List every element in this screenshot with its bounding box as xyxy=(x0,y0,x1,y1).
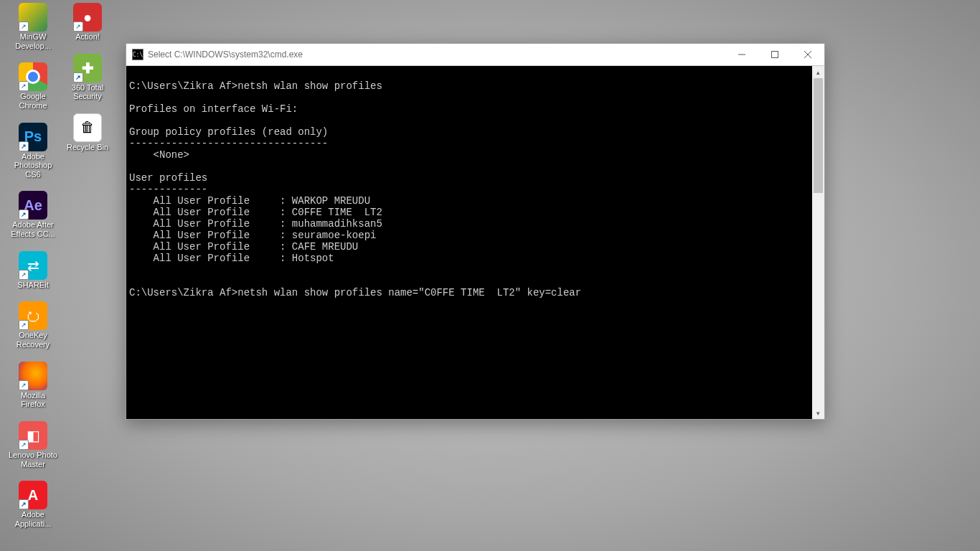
desktop-icon-label: 360 Total Security xyxy=(62,83,113,102)
shareit-icon: ⇄↗ xyxy=(19,251,47,280)
minimize-icon xyxy=(738,51,745,58)
shortcut-arrow-icon: ↗ xyxy=(19,270,29,280)
adobe-icon: A↗ xyxy=(19,481,47,509)
scroll-down-arrow-icon[interactable]: ▾ xyxy=(812,407,824,419)
photoshop-icon: Ps↗ xyxy=(19,123,47,151)
desktop-icon-label: Action! xyxy=(74,32,101,42)
shortcut-arrow-icon: ↗ xyxy=(19,380,29,390)
shortcut-arrow-icon: ↗ xyxy=(73,22,83,32)
desktop-icon-aftereffects[interactable]: Ae↗ Adobe After Effects CC... xyxy=(7,191,59,239)
scroll-thumb[interactable] xyxy=(814,78,823,193)
minimize-button[interactable] xyxy=(725,44,758,65)
desktop-icon-label: Google Chrome xyxy=(7,91,59,110)
shortcut-arrow-icon: ↗ xyxy=(19,320,29,330)
desktop-icon-adobeapp[interactable]: A↗ Adobe Applicati... xyxy=(7,481,59,529)
desktop-icon-lenovo[interactable]: ◧↗ Lenovo Photo Master xyxy=(7,421,59,469)
recycle-bin-icon: 🗑 xyxy=(73,113,102,142)
desktop-icon-label: Adobe Applicati... xyxy=(7,509,59,529)
desktop: ↗ MinGW Develop... ↗ Google Chrome Ps↗ A… xyxy=(0,0,980,551)
window-titlebar[interactable]: C:\ Select C:\WINDOWS\system32\cmd.exe xyxy=(126,44,824,65)
close-button[interactable] xyxy=(791,44,824,65)
cmd-window[interactable]: C:\ Select C:\WINDOWS\system32\cmd.exe C… xyxy=(126,43,825,420)
firefox-icon: ↗ xyxy=(19,362,47,390)
desktop-icon-label: Adobe Photoshop CS6 xyxy=(7,151,59,180)
mingw-icon: ↗ xyxy=(19,3,47,32)
desktop-icon-label: Adobe After Effects CC... xyxy=(7,220,59,239)
aftereffects-icon: Ae↗ xyxy=(19,191,47,220)
close-icon xyxy=(804,51,811,58)
desktop-icon-label: SHAREit xyxy=(16,280,50,291)
lenovo-icon: ◧↗ xyxy=(19,421,47,450)
scroll-track[interactable] xyxy=(812,78,824,407)
shortcut-arrow-icon: ↗ xyxy=(19,440,29,450)
shortcut-arrow-icon: ↗ xyxy=(19,22,29,32)
window-title: Select C:\WINDOWS\system32\cmd.exe xyxy=(148,50,303,60)
desktop-icon-360[interactable]: ✚↗ 360 Total Security xyxy=(62,54,113,102)
desktop-icon-label: Lenovo Photo Master xyxy=(7,450,59,469)
terminal-container: C:\Users\Zikra Af>netsh wlan show profil… xyxy=(126,65,824,419)
desktop-icon-label: MinGW Develop... xyxy=(7,32,59,51)
desktop-icon-label: Recycle Bin xyxy=(65,142,110,153)
desktop-icon-shareit[interactable]: ⇄↗ SHAREit xyxy=(7,251,59,291)
desktop-icon-recycle[interactable]: 🗑 Recycle Bin xyxy=(62,113,113,153)
shortcut-arrow-icon: ↗ xyxy=(19,209,29,220)
maximize-icon xyxy=(771,51,778,58)
chrome-icon: ↗ xyxy=(19,62,47,91)
desktop-icon-firefox[interactable]: ↗ Mozilla Firefox xyxy=(7,362,59,410)
svg-rect-1 xyxy=(772,52,778,58)
desktop-icon-column-1: ↗ MinGW Develop... ↗ Google Chrome Ps↗ A… xyxy=(7,3,59,529)
action-icon: ●↗ xyxy=(73,3,102,32)
onekey-icon: ⭮↗ xyxy=(19,301,47,330)
shortcut-arrow-icon: ↗ xyxy=(19,81,29,91)
desktop-icon-onekey[interactable]: ⭮↗ OneKey Recovery xyxy=(7,301,59,349)
desktop-icon-chrome[interactable]: ↗ Google Chrome xyxy=(7,62,59,110)
maximize-button[interactable] xyxy=(758,44,791,65)
desktop-icon-action[interactable]: ●↗ Action! xyxy=(62,3,113,42)
desktop-icon-photoshop[interactable]: Ps↗ Adobe Photoshop CS6 xyxy=(7,123,59,180)
shortcut-arrow-icon: ↗ xyxy=(19,499,29,509)
desktop-icon-mingw[interactable]: ↗ MinGW Develop... xyxy=(7,3,59,51)
desktop-icon-column-2: ●↗ Action! ✚↗ 360 Total Security 🗑 Recyc… xyxy=(62,3,113,153)
scroll-up-arrow-icon[interactable]: ▴ xyxy=(812,66,824,78)
shortcut-arrow-icon: ↗ xyxy=(73,72,83,83)
terminal-output[interactable]: C:\Users\Zikra Af>netsh wlan show profil… xyxy=(126,66,812,419)
desktop-icon-label: OneKey Recovery xyxy=(7,330,59,349)
shortcut-arrow-icon: ↗ xyxy=(19,141,29,151)
scrollbar[interactable]: ▴ ▾ xyxy=(812,66,824,419)
cmd-app-icon: C:\ xyxy=(132,49,143,60)
360-icon: ✚↗ xyxy=(73,54,102,83)
desktop-icon-label: Mozilla Firefox xyxy=(7,390,59,410)
